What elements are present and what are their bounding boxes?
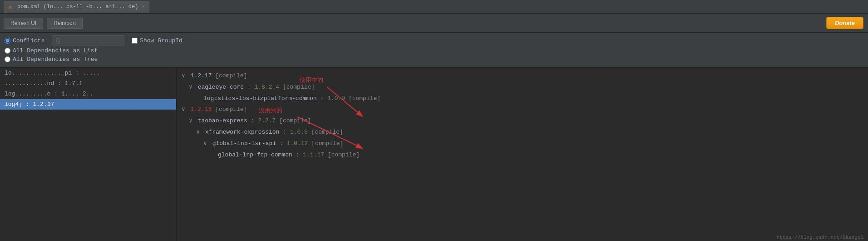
tree-dep-version: 1.0.12 — [286, 140, 308, 147]
tree-compile-bracket: [compile] — [212, 106, 247, 113]
dep-colon: : — [54, 80, 64, 87]
options-bar: Conflicts Show GroupId All Dependencies … — [0, 33, 868, 68]
tree-item[interactable]: ∨ xframework-expression : 1.0.6 [compile… — [182, 127, 863, 138]
show-groupid-label[interactable]: Show GroupId — [132, 37, 182, 44]
tree-colon: : — [279, 129, 290, 136]
all-deps-tree-text: All Dependencies as Tree — [13, 56, 98, 63]
tree-item[interactable]: global-lnp-fcp-common : 1.1.17 [compile] — [182, 150, 863, 161]
tree-dep-name: xframework-expression — [205, 129, 280, 136]
refresh-ui-button[interactable]: Refresh UI — [4, 18, 43, 29]
all-deps-list-text: All Dependencies as List — [13, 47, 98, 54]
tree-item[interactable]: ∨ 1.2.17 [compile] — [182, 70, 863, 82]
tree-dep-version: 2.2.7 — [258, 117, 276, 124]
dep-name: log.........e — [5, 90, 50, 97]
tree-item[interactable]: ∨ 1.2.16 [compile] — [182, 104, 863, 115]
all-deps-tree-radio[interactable] — [5, 56, 10, 62]
dep-name: lo...............pi — [5, 70, 72, 76]
dep-version: ..... — [83, 70, 100, 76]
donate-button[interactable]: Donate — [826, 17, 863, 29]
tree-version-root: 1.2.16 — [191, 106, 212, 113]
show-groupid-text: Show GroupId — [140, 37, 182, 44]
tree-dep-name: logistics-lbs-bizplatform-common — [203, 95, 317, 102]
dep-version: 1.2.17 — [33, 101, 54, 108]
content-wrapper: lo...............pi : .................n… — [0, 68, 868, 241]
tree-compile-bracket: [compile] — [308, 129, 343, 136]
tree-compile-bracket: [compile] — [345, 95, 380, 102]
tree-colon: : — [247, 117, 258, 124]
tree-dep-name: eagleeye-core — [198, 84, 244, 90]
tree-colon: : — [317, 95, 327, 102]
tree-item[interactable]: ∨ global-lnp-lsr-api : 1.0.12 [compile] — [182, 138, 863, 150]
show-groupid-checkbox[interactable] — [132, 38, 138, 44]
all-deps-tree-radio-label[interactable]: All Dependencies as Tree — [5, 56, 98, 63]
search-input[interactable] — [52, 35, 124, 45]
dep-list-item[interactable]: log.........e : 1.... 2.. — [0, 89, 176, 99]
tree-dep-name: global-lnp-lsr-api — [212, 140, 276, 147]
close-tab-button[interactable]: × — [142, 5, 144, 10]
tree-dep-version: 1.1.17 — [303, 151, 324, 158]
dep-list-item[interactable]: ............nd : 1.7.1 — [0, 78, 176, 89]
maven-icon: m — [9, 4, 15, 10]
tree-item[interactable]: ∨ taobao-express : 2.2.7 [compile] — [182, 115, 863, 127]
dep-version: 1.7.1 — [65, 80, 83, 87]
tree-colon: : — [276, 140, 286, 147]
dep-colon: : — [50, 90, 61, 97]
tree-toggle[interactable]: ∨ — [189, 84, 196, 90]
tree-compile-bracket: [compile] — [212, 72, 247, 79]
svg-text:m: m — [9, 5, 12, 10]
dep-name: ............nd — [5, 80, 54, 87]
tree-version-root: 1.2.17 — [191, 72, 212, 79]
tree-dep-version: 1.8.2.4 — [254, 84, 279, 90]
tree-item[interactable]: ∨ eagleeye-core : 1.8.2.4 [compile] — [182, 82, 863, 93]
all-deps-list-radio-label[interactable]: All Dependencies as List — [5, 47, 98, 54]
tab-label: pom.xml (lo... cs-ll -b... att... de) — [17, 4, 138, 10]
tree-toggle[interactable]: ∨ — [196, 129, 203, 136]
dep-name: log4j — [5, 101, 22, 108]
dep-colon: : — [22, 101, 33, 108]
options-row-3: All Dependencies as Tree — [5, 56, 863, 63]
tree-colon: : — [244, 84, 254, 90]
dep-list-item[interactable]: log4j : 1.2.17 — [0, 99, 176, 110]
left-panel: lo...............pi : .................n… — [0, 68, 177, 241]
dep-list-item[interactable]: lo...............pi : ..... — [0, 68, 176, 78]
tree-compile-bracket: [compile] — [324, 151, 360, 158]
tab-bar: m pom.xml (lo... cs-ll -b... att... de) … — [0, 0, 868, 14]
options-row-2: All Dependencies as List — [5, 47, 863, 54]
toolbar: Refresh UI Reimport Donate — [0, 14, 868, 33]
reimport-button[interactable]: Reimport — [47, 18, 83, 29]
pom-tab[interactable]: m pom.xml (lo... cs-ll -b... att... de) … — [4, 1, 149, 13]
tree-toggle[interactable]: ∨ — [182, 106, 189, 113]
conflicts-label: Conflicts — [13, 37, 44, 44]
right-panel: ∨ 1.2.17 [compile]∨ eagleeye-core : 1.8.… — [177, 68, 868, 241]
dep-version: 1.... 2.. — [61, 90, 93, 97]
conflicts-radio-label[interactable]: Conflicts — [5, 37, 44, 44]
status-bar: https://blog.csdn.net/Dkangel — [772, 234, 868, 241]
tree-toggle[interactable]: ∨ — [203, 140, 211, 147]
tree-toggle[interactable]: ∨ — [182, 72, 189, 79]
status-url: https://blog.csdn.net/Dkangel — [777, 235, 863, 240]
tree-dep-version: 1.0.6 — [290, 129, 308, 136]
all-deps-list-radio[interactable] — [5, 48, 10, 54]
tree-item[interactable]: logistics-lbs-bizplatform-common : 1.0.0… — [182, 93, 863, 105]
tree-dep-name: taobao-express — [198, 117, 247, 124]
tree-dep-name: global-lnp-fcp-common — [218, 151, 292, 158]
tree-compile-bracket: [compile] — [279, 84, 315, 90]
options-row-1: Conflicts Show GroupId — [5, 35, 863, 45]
conflicts-radio[interactable] — [5, 38, 10, 44]
dep-colon: : — [72, 70, 82, 76]
tree-toggle[interactable]: ∨ — [189, 117, 196, 124]
tree-compile-bracket: [compile] — [276, 117, 311, 124]
tree-compile-bracket: [compile] — [308, 140, 343, 147]
tree-dep-version: 1.0.0 — [327, 95, 345, 102]
tree-colon: : — [292, 151, 303, 158]
